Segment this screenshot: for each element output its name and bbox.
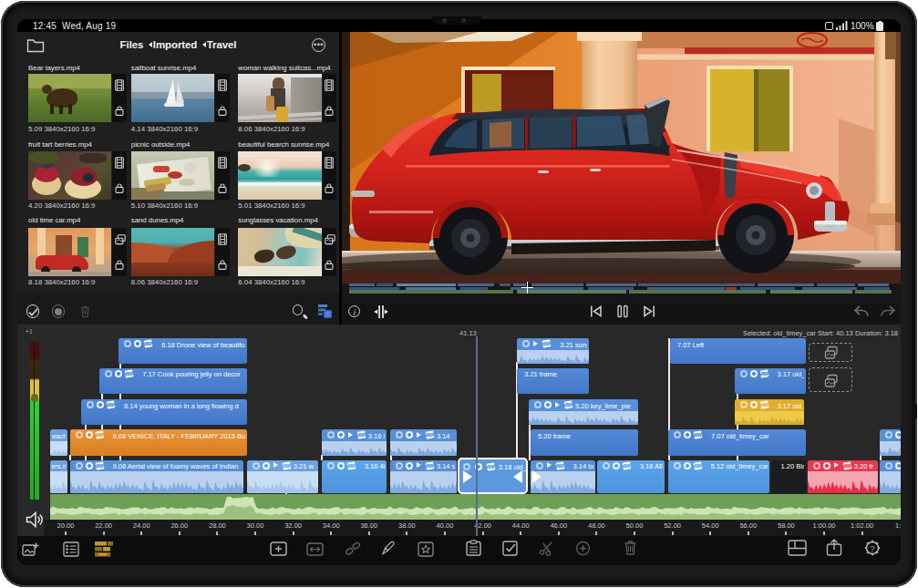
svg-text:?: ? [870,543,874,553]
